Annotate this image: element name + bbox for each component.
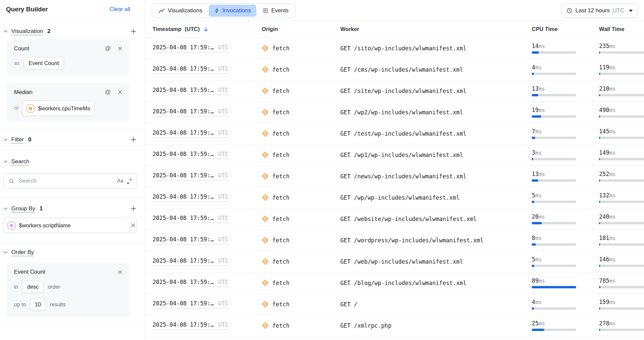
visualization-function-label: Count [14, 45, 29, 52]
cpu-time-unit: ms [535, 128, 541, 135]
close-icon[interactable] [118, 90, 123, 95]
add-visualization-button[interactable] [130, 28, 137, 35]
timestamp-value[interactable]: 2025-04-08 17:59:… UTC [153, 300, 228, 308]
tab-events[interactable]: Events [257, 5, 294, 17]
timestamp-timezone: UTC [218, 300, 228, 307]
worker-request-value: GET /wp2/wp-includes/wlwmanifest.xml [340, 109, 532, 116]
add-group-by-button[interactable] [130, 205, 137, 212]
close-icon[interactable] [118, 46, 123, 51]
table-row[interactable]: 2025-04-08 17:59:… UTC fetch GET /sito/w… [145, 38, 644, 59]
column-header-timestamp[interactable]: Timestamp (UTC) [153, 26, 262, 32]
of-label: of [14, 105, 18, 111]
origin-value: fetch [272, 301, 289, 308]
table-row[interactable]: 2025-04-08 17:59:… UTC fetch GET /news/w… [145, 166, 644, 187]
regex-toggle-icon[interactable]: * [127, 178, 132, 184]
table-row[interactable]: 2025-04-08 17:59:… UTC fetch GET /wordpr… [145, 230, 644, 251]
cpu-time-bar [532, 73, 576, 75]
fetch-origin-icon [262, 173, 269, 180]
add-filter-button[interactable] [130, 136, 137, 143]
fetch-origin-icon [262, 66, 269, 73]
timestamp-text: 2025-04-08 17:59:… [153, 151, 214, 157]
wall-time-value: 235 [599, 43, 609, 49]
wall-time-bar [599, 73, 644, 75]
chevron-down-icon[interactable] [3, 29, 8, 34]
cpu-time-cell: 3 ms [532, 149, 599, 160]
timestamp-text: 2025-04-08 17:59:… [153, 321, 214, 328]
results-panel: Visualizations Invocations Events Last 1… [145, 0, 644, 340]
worker-request-value: GET /wp1/wp-includes/wlwmanifest.xml [340, 152, 532, 158]
alias-icon[interactable]: @ [105, 45, 111, 52]
table-row[interactable]: 2025-04-08 17:59:… UTC fetch GET /wp2/wp… [145, 102, 644, 123]
table-row[interactable]: 2025-04-08 17:59:… UTC fetch GET /web/wp… [145, 251, 644, 272]
group-by-field-selector[interactable]: S $workers.scriptName [3, 218, 137, 233]
table-row[interactable]: 2025-04-08 17:59:… UTC fetch GET /site/w… [145, 80, 644, 102]
timestamp-value[interactable]: 2025-04-08 17:59:… UTC [153, 151, 228, 159]
wall-time-cell: 181 ms [599, 235, 644, 246]
wall-time-cell: 278 ms [599, 320, 644, 331]
table-row[interactable]: 2025-04-08 17:59:… UTC fetch GET /wp/wp-… [145, 187, 644, 208]
timestamp-text: 2025-04-08 17:59:… [153, 129, 214, 136]
timestamp-value[interactable]: 2025-04-08 17:59:… UTC [153, 321, 228, 330]
sort-desc-icon[interactable] [203, 26, 209, 32]
results-toolbar: Visualizations Invocations Events Last 1… [145, 0, 644, 21]
sort-direction-button[interactable]: desc [22, 281, 44, 293]
table-row[interactable]: 2025-04-08 17:59:… UTC fetch GET /blog/w… [145, 272, 644, 294]
match-case-toggle[interactable]: Aa [117, 178, 124, 184]
clear-all-button[interactable]: Clear all [110, 6, 130, 13]
table-row[interactable]: 2025-04-08 17:59:… UTC fetch GET /wp1/wp… [145, 144, 644, 166]
cpu-time-unit: ms [538, 107, 545, 113]
cpu-time-value: 89 [532, 277, 538, 284]
timestamp-timezone: UTC [218, 279, 228, 285]
wall-time-unit: ms [609, 171, 616, 177]
chevron-down-icon[interactable] [3, 250, 8, 255]
fetch-origin-icon [262, 301, 269, 308]
close-icon[interactable] [118, 270, 123, 275]
result-limit-input[interactable]: 10 [30, 298, 46, 311]
timestamp-value[interactable]: 2025-04-08 17:59:… UTC [153, 65, 228, 74]
median-field-selector[interactable]: N $workers.cpuTimeMs [22, 101, 94, 116]
cpu-time-bar [532, 51, 576, 54]
document-icon [263, 8, 268, 14]
timestamp-value[interactable]: 2025-04-08 17:59:… UTC [153, 193, 228, 202]
timestamp-value[interactable]: 2025-04-08 17:59:… UTC [153, 44, 228, 52]
timestamp-value[interactable]: 2025-04-08 17:59:… UTC [153, 108, 228, 116]
wall-time-cell: 210 ms [599, 85, 644, 96]
invocations-table-header: Timestamp (UTC) Origin Worker CPU Time W… [145, 21, 644, 38]
fetch-origin-icon [262, 130, 269, 137]
column-header-cpu-time: CPU Time [532, 26, 599, 32]
timestamp-value[interactable]: 2025-04-08 17:59:… UTC [153, 236, 228, 244]
table-row[interactable]: 2025-04-08 17:59:… UTC fetch GET /xmlrpc… [145, 315, 644, 336]
table-row[interactable]: 2025-04-08 17:59:… UTC fetch GET /test/w… [145, 123, 644, 144]
tab-invocations[interactable]: Invocations [209, 5, 256, 17]
wall-time-unit: ms [609, 320, 616, 327]
visualization-section-label: Visualization [11, 28, 43, 35]
cpu-time-unit: ms [535, 150, 541, 156]
search-input[interactable] [18, 177, 113, 185]
timestamp-value[interactable]: 2025-04-08 17:59:… UTC [153, 87, 228, 95]
chevron-down-icon[interactable] [3, 206, 8, 211]
order-by-field-label: Event Count [14, 269, 45, 275]
time-range-dropdown[interactable]: Last 12 hours UTC [561, 3, 638, 18]
timestamp-value[interactable]: 2025-04-08 17:59:… UTC [153, 257, 228, 266]
alias-icon[interactable]: @ [105, 89, 111, 96]
table-row[interactable]: 2025-04-08 17:59:… UTC fetch GET /cms/wp… [145, 59, 644, 80]
remove-group-by-button[interactable] [126, 220, 137, 230]
table-row[interactable]: 2025-04-08 17:59:… UTC fetch GET /websit… [145, 208, 644, 230]
chevron-down-icon[interactable] [3, 137, 8, 142]
timestamp-value[interactable]: 2025-04-08 17:59:… UTC [153, 215, 228, 223]
tab-visualizations[interactable]: Visualizations [153, 5, 208, 17]
wall-time-cell: 119 ms [599, 64, 644, 75]
divider [0, 325, 145, 325]
timestamp-value[interactable]: 2025-04-08 17:59:… UTC [153, 129, 228, 138]
chevron-down-icon[interactable] [3, 159, 8, 164]
wall-time-unit: ms [609, 86, 616, 92]
order-by-card: Event Count in desc order up to 10 resul… [7, 263, 130, 317]
timestamp-value[interactable]: 2025-04-08 17:59:… UTC [153, 172, 228, 180]
timestamp-value[interactable]: 2025-04-08 17:59:… UTC [153, 279, 228, 287]
cpu-time-value: 19 [532, 107, 538, 113]
table-row[interactable]: 2025-04-08 17:59:… UTC fetch GET / 4 ms [145, 294, 644, 315]
timezone-label: UTC [613, 7, 624, 14]
alias-value-button[interactable]: Event Count [24, 57, 64, 69]
wall-time-value: 490 [599, 107, 609, 113]
as-label: as [14, 60, 20, 66]
